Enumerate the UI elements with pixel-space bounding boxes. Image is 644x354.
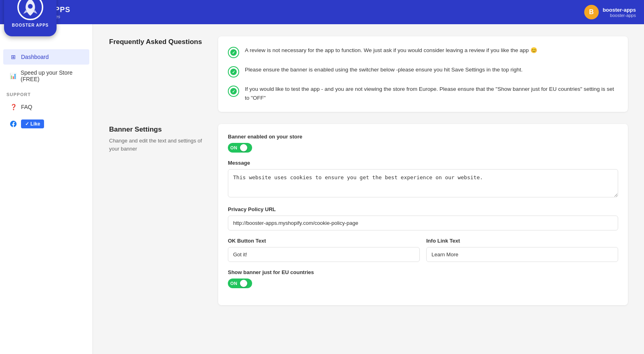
banner-settings-section: Banner Settings Change and edit the text… bbox=[109, 124, 628, 305]
banner-enabled-toggle[interactable]: ON bbox=[228, 143, 252, 153]
banner-section-title: Banner Settings bbox=[109, 126, 206, 134]
faq-item-1: ✓ A review is not necessary for the app … bbox=[228, 46, 618, 58]
sidebar-item-speed[interactable]: 📊 Speed up your Store (FREE) bbox=[3, 65, 89, 86]
banner-settings-content: Banner enabled on your store ON Message … bbox=[218, 124, 628, 305]
sidebar-nav: ⊞ Dashboard 📊 Speed up your Store (FREE)… bbox=[0, 28, 93, 132]
eu-toggle-on-label: ON bbox=[230, 281, 238, 286]
speed-icon: 📊 bbox=[10, 72, 17, 80]
faq-checkmark-2: ✓ bbox=[230, 69, 237, 75]
message-group: Message This website uses cookies to ens… bbox=[228, 160, 618, 199]
sidebar-item-speed-label: Speed up your Store (FREE) bbox=[21, 69, 83, 82]
support-section-label: SUPPORT bbox=[0, 87, 93, 98]
privacy-url-label: Privacy Policy URL bbox=[228, 206, 618, 212]
privacy-url-input[interactable] bbox=[228, 216, 618, 230]
faq-content: ✓ A review is not necessary for the app … bbox=[218, 36, 628, 112]
message-input[interactable]: This website uses cookies to ensure you … bbox=[228, 169, 618, 197]
faq-checkmark-1: ✓ bbox=[230, 49, 237, 56]
faq-icon: ❓ bbox=[10, 103, 17, 111]
eu-toggle-container: ON bbox=[228, 279, 618, 288]
info-link-input[interactable] bbox=[426, 247, 618, 262]
faq-text-2: Please ensure the banner is enabled usin… bbox=[245, 65, 522, 74]
eu-banner-label: Show banner just for EU countries bbox=[228, 269, 618, 275]
faq-section: Frequently Asked Questions ✓ A review is… bbox=[109, 36, 628, 112]
banner-enabled-label: Banner enabled on your store bbox=[228, 134, 618, 140]
svg-point-1 bbox=[28, 4, 33, 8]
faq-check-2: ✓ bbox=[228, 66, 239, 78]
faq-section-label: Frequently Asked Questions bbox=[109, 36, 206, 112]
user-name: booster-apps bbox=[603, 7, 636, 13]
sidebar-item-facebook[interactable]: ✓ Like bbox=[3, 115, 89, 132]
dashboard-icon: ⊞ bbox=[10, 53, 17, 61]
info-link-group: Info Link Text bbox=[426, 238, 618, 262]
sidebar-item-dashboard-label: Dashboard bbox=[21, 54, 49, 60]
faq-title: Frequently Asked Questions bbox=[109, 38, 206, 46]
avatar: B bbox=[584, 5, 599, 19]
faq-text-1: A review is not necessary for the app to… bbox=[245, 46, 537, 55]
header-user: B booster-apps booster-apps bbox=[584, 5, 636, 19]
user-info: booster-apps booster-apps bbox=[603, 7, 636, 18]
banner-section-label: Banner Settings Change and edit the text… bbox=[109, 124, 206, 305]
toggle-on-label: ON bbox=[230, 145, 238, 150]
faq-text-3: If you would like to test the app - and … bbox=[245, 85, 618, 102]
sidebar-item-faq-label: FAQ bbox=[21, 104, 32, 110]
facebook-icon bbox=[10, 120, 17, 128]
faq-checkmark-3: ✓ bbox=[230, 88, 237, 94]
header: BOOSTER APPS Rocket your Shopify Sales B… bbox=[0, 0, 644, 24]
sidebar: BOOSTER APPS ⊞ Dashboard 📊 Speed up your… bbox=[0, 24, 93, 354]
sidebar-item-dashboard[interactable]: ⊞ Dashboard bbox=[3, 49, 89, 65]
toggle-container-enabled: ON bbox=[228, 143, 618, 153]
faq-check-1: ✓ bbox=[228, 47, 239, 58]
eu-banner-toggle[interactable]: ON bbox=[228, 279, 252, 288]
rocket-icon bbox=[16, 0, 44, 21]
eu-banner-group: Show banner just for EU countries ON bbox=[228, 269, 618, 288]
faq-item-2: ✓ Please ensure the banner is enabled us… bbox=[228, 65, 618, 78]
privacy-url-group: Privacy Policy URL bbox=[228, 206, 618, 230]
faq-item-3: ✓ If you would like to test the app - an… bbox=[228, 85, 618, 102]
user-sub: booster-apps bbox=[603, 13, 636, 18]
eu-toggle-knob bbox=[240, 280, 247, 287]
info-link-label: Info Link Text bbox=[426, 238, 618, 244]
logo-label: BOOSTER APPS bbox=[12, 23, 48, 27]
two-col-row: OK Button Text Info Link Text bbox=[228, 238, 618, 269]
faq-check-3: ✓ bbox=[228, 86, 239, 97]
toggle-knob bbox=[240, 144, 247, 151]
message-label: Message bbox=[228, 160, 618, 166]
logo: BOOSTER APPS bbox=[4, 0, 57, 36]
layout: BOOSTER APPS ⊞ Dashboard 📊 Speed up your… bbox=[0, 24, 644, 354]
banner-section-description: Change and edit the text and settings of… bbox=[109, 137, 206, 153]
like-button[interactable]: ✓ Like bbox=[21, 119, 44, 128]
ok-button-label: OK Button Text bbox=[228, 238, 420, 244]
ok-button-group: OK Button Text bbox=[228, 238, 420, 262]
ok-button-input[interactable] bbox=[228, 247, 420, 262]
banner-enabled-group: Banner enabled on your store ON bbox=[228, 134, 618, 153]
main-content: Frequently Asked Questions ✓ A review is… bbox=[93, 24, 644, 354]
sidebar-item-faq[interactable]: ❓ FAQ bbox=[3, 99, 89, 115]
